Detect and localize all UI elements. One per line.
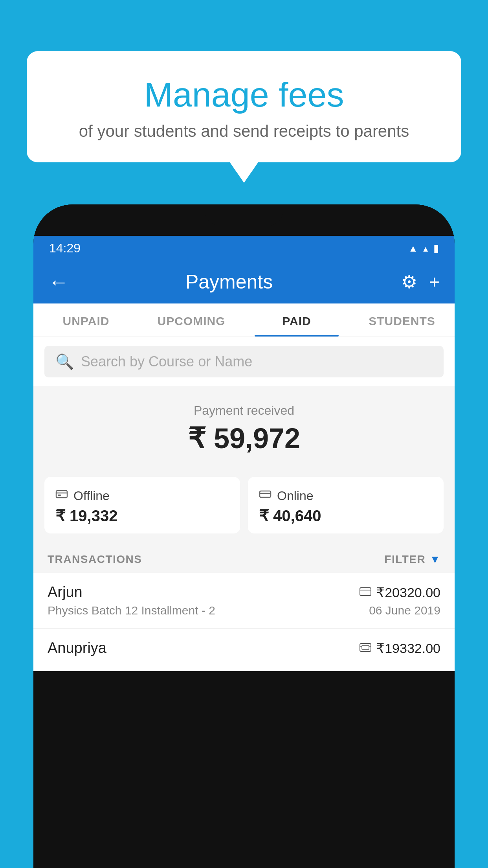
online-label: Online [277, 489, 314, 503]
payment-amount: ₹ 59,972 [44, 422, 444, 455]
speech-bubble: Manage fees of your students and send re… [27, 51, 461, 162]
status-bar: 14:29 [33, 236, 455, 260]
transaction-amount: ₹19332.00 [376, 640, 440, 656]
header-actions: ⚙ + [401, 271, 440, 292]
offline-label: Offline [73, 489, 110, 503]
card-icon [360, 586, 371, 599]
add-icon[interactable]: + [429, 271, 440, 292]
search-input-wrapper[interactable]: 🔍 Search by Course or Name [44, 346, 444, 377]
tabs-container: UNPAID UPCOMING PAID STUDENTS [33, 303, 455, 337]
svg-rect-3 [260, 491, 271, 497]
table-row[interactable]: Anupriya ₹19332.00 [33, 629, 455, 671]
offline-amount: ₹ 19,332 [55, 507, 229, 525]
battery-icon [433, 242, 439, 254]
transaction-list: Arjun ₹20320.00 Physics Batch 12 Install… [33, 573, 455, 671]
offline-card-header: Offline [55, 488, 229, 504]
online-payment-card: Online ₹ 40,640 [248, 477, 444, 533]
payment-summary: Payment received ₹ 59,972 [33, 386, 455, 477]
transaction-date: 06 June 2019 [369, 604, 440, 617]
svg-rect-5 [360, 588, 371, 596]
svg-rect-2 [58, 495, 61, 496]
online-icon [259, 488, 272, 504]
svg-rect-0 [56, 491, 67, 498]
transactions-label: TRANSACTIONS [48, 553, 142, 566]
payment-cards: Offline ₹ 19,332 Online ₹ 40,640 [33, 477, 455, 544]
status-time: 14:29 [49, 241, 81, 256]
transaction-row-top-anupriya: Anupriya ₹19332.00 [48, 640, 440, 657]
online-amount: ₹ 40,640 [259, 507, 433, 525]
phone-notch-area [33, 204, 455, 236]
speech-bubble-subtitle: of your students and send receipts to pa… [50, 122, 438, 141]
transaction-amount-wrapper: ₹19332.00 [360, 640, 440, 656]
svg-rect-7 [360, 644, 371, 651]
transaction-amount-wrapper: ₹20320.00 [360, 585, 440, 600]
search-placeholder: Search by Course or Name [81, 353, 252, 370]
phone-notch [205, 204, 283, 226]
transaction-desc: Physics Batch 12 Installment - 2 [48, 604, 215, 617]
transaction-name: Arjun [48, 584, 83, 601]
table-row[interactable]: Arjun ₹20320.00 Physics Batch 12 Install… [33, 573, 455, 629]
cash-icon [360, 642, 371, 655]
phone-frame: 14:29 ← Payments ⚙ + UNPAID UPCOMING PAI… [33, 204, 455, 868]
filter-icon: ▼ [429, 553, 440, 566]
online-card-header: Online [259, 488, 433, 504]
wifi-icon [408, 242, 418, 254]
transaction-name: Anupriya [48, 640, 106, 657]
payment-label: Payment received [44, 403, 444, 418]
filter-button[interactable]: FILTER ▼ [384, 553, 440, 566]
offline-payment-card: Offline ₹ 19,332 [44, 477, 240, 533]
screen-content: 🔍 Search by Course or Name Payment recei… [33, 337, 455, 671]
transaction-row-top-arjun: Arjun ₹20320.00 [48, 584, 440, 601]
search-bar: 🔍 Search by Course or Name [33, 337, 455, 386]
search-icon: 🔍 [55, 353, 74, 370]
speech-bubble-container: Manage fees of your students and send re… [27, 51, 461, 162]
tab-students[interactable]: STUDENTS [349, 303, 455, 337]
tab-upcoming[interactable]: UPCOMING [139, 303, 244, 337]
transaction-row-bottom-arjun: Physics Batch 12 Installment - 2 06 June… [48, 604, 440, 617]
speech-bubble-title: Manage fees [50, 75, 438, 115]
filter-label: FILTER [384, 553, 426, 566]
tab-paid[interactable]: PAID [244, 303, 349, 337]
svg-rect-8 [362, 645, 369, 649]
app-header: ← Payments ⚙ + [33, 260, 455, 303]
transaction-amount: ₹20320.00 [376, 585, 440, 600]
status-icons [408, 242, 439, 254]
tab-unpaid[interactable]: UNPAID [33, 303, 139, 337]
transactions-header: TRANSACTIONS FILTER ▼ [33, 544, 455, 573]
signal-icon [422, 242, 429, 254]
header-title: Payments [57, 270, 401, 293]
offline-icon [55, 488, 68, 504]
settings-icon[interactable]: ⚙ [401, 271, 417, 292]
